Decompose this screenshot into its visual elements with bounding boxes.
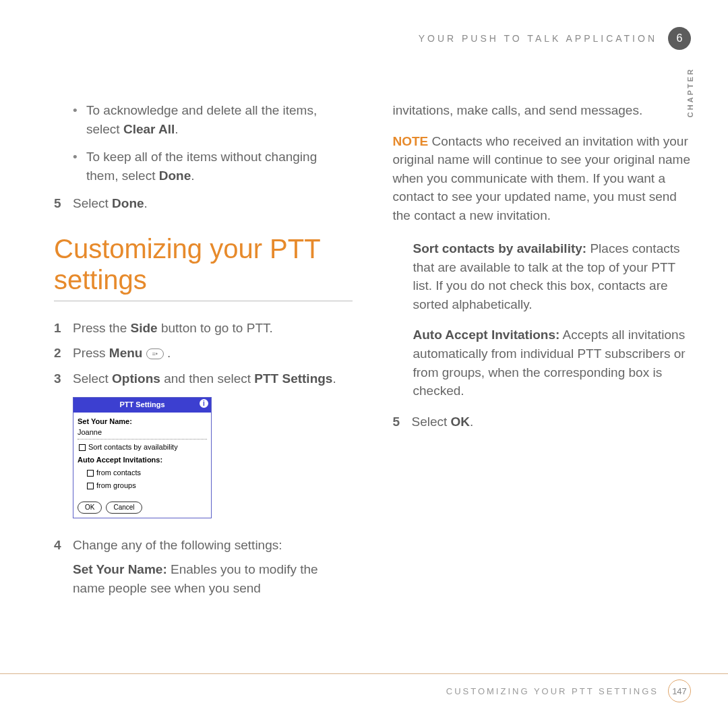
text: . bbox=[191, 169, 194, 183]
step-2: 2 Press Menu ≡• . bbox=[54, 344, 353, 363]
bullet-item: To keep all of the items without changin… bbox=[54, 148, 353, 185]
checkbox-icon[interactable] bbox=[87, 470, 94, 477]
text: Select bbox=[73, 196, 112, 210]
dialog-buttons: OK Cancel bbox=[73, 497, 211, 518]
bullet-list: To acknowledge and delete all the items,… bbox=[54, 101, 353, 185]
dialog-title: PTT Settings i bbox=[73, 398, 211, 413]
text: To keep all of the items without changin… bbox=[86, 150, 317, 183]
step-text: Press Menu ≡• . bbox=[73, 344, 171, 363]
right-column: invitations, make calls, and send messag… bbox=[393, 101, 692, 604]
header-section: YOUR PUSH TO TALK APPLICATION bbox=[419, 33, 657, 44]
checkbox-label: from contacts bbox=[96, 468, 141, 479]
step-3: 3 Select Options and then select PTT Set… bbox=[54, 369, 353, 388]
step-number: 2 bbox=[54, 344, 63, 363]
section-heading: Customizing your PTT settings bbox=[54, 233, 353, 295]
ptt-settings-screenshot: PTT Settings i Set Your Name: Joanne Sor… bbox=[73, 397, 212, 518]
footer: CUSTOMIZING YOUR PTT SETTINGS 147 bbox=[446, 679, 691, 702]
note-label: NOTE bbox=[393, 134, 429, 148]
bold-text: Menu bbox=[109, 346, 143, 360]
continuation-text: invitations, make calls, and send messag… bbox=[393, 101, 692, 120]
auto-setting-desc: Auto Accept Invitations: Accepts all inv… bbox=[393, 326, 692, 400]
step-number: 5 bbox=[54, 194, 63, 213]
step-text: Select Done. bbox=[73, 194, 148, 213]
bold-text: PTT Settings bbox=[254, 371, 332, 386]
step-number: 3 bbox=[54, 369, 63, 388]
dialog-title-text: PTT Settings bbox=[119, 400, 164, 408]
text: and then select bbox=[160, 371, 254, 386]
auto-accept-label: Auto Accept Invitations: bbox=[78, 455, 207, 466]
text: . bbox=[164, 346, 171, 360]
setting-desc: Set Your Name: Enables you to modify the… bbox=[73, 560, 353, 597]
step-number: 5 bbox=[393, 413, 402, 431]
dialog-body: Set Your Name: Joanne Sort contacts by a… bbox=[73, 413, 211, 497]
step-4: 4 Change any of the following settings: … bbox=[54, 536, 353, 597]
text: To acknowledge and delete all the items,… bbox=[86, 103, 317, 136]
ok-button[interactable]: OK bbox=[78, 502, 102, 514]
step-text: Select OK. bbox=[412, 413, 474, 431]
page-number-badge: 147 bbox=[668, 679, 691, 702]
bold-text: Options bbox=[112, 371, 160, 386]
chapter-label-vertical: CHAPTER bbox=[686, 67, 694, 117]
bold-text: OK bbox=[451, 415, 471, 429]
bold-text: Sort contacts by availability: bbox=[413, 241, 587, 255]
sort-checkbox-row[interactable]: Sort contacts by availability bbox=[79, 442, 207, 453]
text: . bbox=[332, 371, 336, 386]
checkbox-label: Sort contacts by availability bbox=[88, 442, 178, 453]
step-text: Press the Side button to go to PTT. bbox=[73, 319, 273, 338]
bold-text: Set Your Name: bbox=[73, 562, 167, 576]
text: Change any of the following settings: bbox=[73, 536, 353, 555]
bold-text: Side bbox=[131, 321, 158, 335]
info-icon[interactable]: i bbox=[200, 399, 208, 408]
manual-page: YOUR PUSH TO TALK APPLICATION 6 CHAPTER … bbox=[0, 0, 728, 728]
text: button to go to PTT. bbox=[158, 321, 273, 335]
menu-icon: ≡• bbox=[146, 348, 164, 359]
name-label: Set Your Name: bbox=[78, 417, 207, 427]
text: Press bbox=[73, 346, 109, 360]
heading-divider bbox=[54, 301, 353, 301]
text: Select bbox=[412, 415, 451, 429]
step-number: 1 bbox=[54, 319, 63, 338]
running-header: YOUR PUSH TO TALK APPLICATION 6 bbox=[419, 27, 691, 50]
step-text: Change any of the following settings: Se… bbox=[73, 536, 353, 597]
footer-section: CUSTOMIZING YOUR PTT SETTINGS bbox=[446, 686, 659, 696]
checkbox-icon[interactable] bbox=[79, 444, 86, 451]
step-1: 1 Press the Side button to go to PTT. bbox=[54, 319, 353, 338]
from-groups-checkbox-row[interactable]: from groups bbox=[87, 481, 207, 491]
text: Press the bbox=[73, 321, 131, 335]
step-number: 4 bbox=[54, 536, 63, 597]
text: . bbox=[175, 122, 178, 136]
note-paragraph: NOTE Contacts who received an invitation… bbox=[393, 132, 692, 225]
checkbox-label: from groups bbox=[96, 481, 136, 491]
checkbox-icon[interactable] bbox=[87, 483, 94, 489]
cancel-button[interactable]: Cancel bbox=[106, 502, 142, 514]
left-column: To acknowledge and delete all the items,… bbox=[54, 101, 353, 604]
footer-divider bbox=[0, 673, 728, 674]
text: . bbox=[470, 415, 473, 429]
step-text: Select Options and then select PTT Setti… bbox=[73, 369, 336, 388]
text: Select bbox=[73, 371, 112, 386]
chapter-number-badge: 6 bbox=[668, 27, 691, 50]
bold-text: Done bbox=[159, 169, 191, 183]
bullet-item: To acknowledge and delete all the items,… bbox=[54, 101, 353, 138]
sort-setting-desc: Sort contacts by availability: Places co… bbox=[393, 239, 692, 313]
text: . bbox=[144, 196, 148, 210]
step-5: 5 Select Done. bbox=[54, 194, 353, 213]
step-5-right: 5 Select OK. bbox=[393, 413, 692, 431]
bold-text: Clear All bbox=[123, 122, 175, 136]
content-columns: To acknowledge and delete all the items,… bbox=[54, 27, 691, 604]
bold-text: Auto Accept Invitations: bbox=[413, 328, 560, 342]
note-text: Contacts who received an invitation with… bbox=[393, 134, 690, 222]
bold-text: Done bbox=[112, 196, 144, 210]
from-contacts-checkbox-row[interactable]: from contacts bbox=[87, 468, 207, 479]
name-field[interactable]: Joanne bbox=[78, 427, 207, 439]
